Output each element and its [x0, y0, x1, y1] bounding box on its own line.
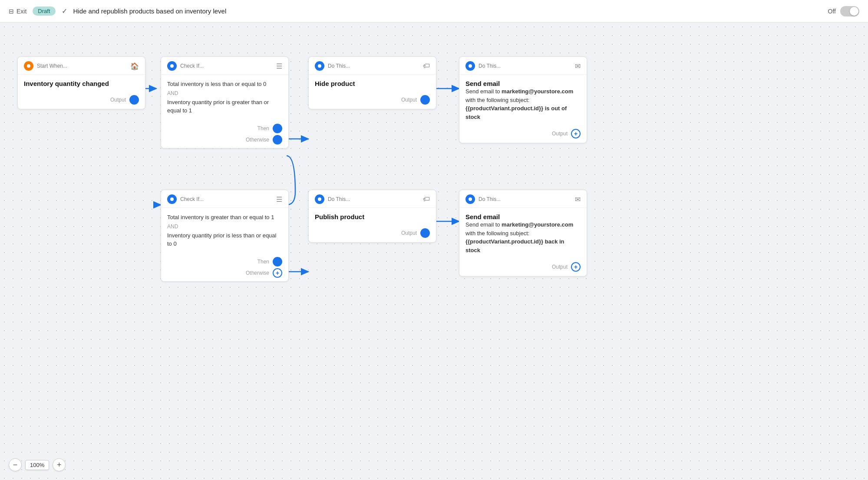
check2-cond2: Inventory quantity prior is less than or… — [167, 231, 282, 248]
do2-body: Send email Send email to marketing@yours… — [459, 75, 587, 126]
check2-dot — [167, 194, 177, 204]
start-footer: Output — [18, 92, 145, 109]
do2-body2: with the following subject: — [465, 97, 529, 103]
do4-body2: with the following subject: — [465, 230, 529, 237]
do1-output-connector[interactable] — [420, 95, 430, 105]
workflow-title: Hide and republish products based on inv… — [73, 7, 227, 15]
zoom-out-button[interactable]: − — [9, 458, 22, 471]
workflow-canvas: Start When... 🏠 Inventory quantity chang… — [0, 23, 868, 480]
check1-body: Total inventory is less than or equal to… — [161, 75, 288, 120]
do3-footer: Output — [309, 226, 436, 242]
do2-type: Do This... — [479, 63, 571, 69]
do3-node: Do This... 🏷 Publish product Output — [308, 190, 436, 243]
start-dot — [24, 61, 33, 71]
do4-body1: Send email to — [465, 221, 502, 228]
do3-icon: 🏷 — [423, 195, 430, 203]
check1-otherwise-row: Otherwise — [167, 135, 282, 145]
check2-header: Check If... ☰ — [161, 190, 288, 208]
do1-icon: 🏷 — [423, 62, 430, 70]
do2-output-connector[interactable]: + — [571, 129, 581, 138]
zoom-in-button[interactable]: + — [53, 458, 66, 471]
do2-dot — [465, 61, 475, 71]
start-type-label: Start When... — [37, 63, 127, 69]
do1-title: Hide product — [315, 80, 430, 87]
do3-output-label: Output — [401, 230, 417, 236]
do4-footer: Output + — [459, 260, 587, 276]
do2-output-label: Output — [552, 131, 568, 137]
do4-dot — [465, 194, 475, 204]
topbar-right: Off — [828, 6, 859, 16]
check2-branches: Then Otherwise + — [161, 253, 288, 281]
do1-node: Do This... 🏷 Hide product Output — [308, 56, 436, 109]
topbar: ⊟ Exit Draft ✓ Hide and republish produc… — [0, 0, 868, 23]
check1-then-label: Then — [257, 125, 269, 132]
do4-body: Send email Send email to marketing@yours… — [459, 208, 587, 260]
do4-output-connector[interactable]: + — [571, 262, 581, 272]
do4-type: Do This... — [479, 196, 571, 202]
do2-header: Do This... ✉ — [459, 57, 587, 75]
do3-title: Publish product — [315, 213, 430, 220]
do2-body1: Send email to — [465, 88, 502, 95]
do4-text: Send email to marketing@yourstore.com wi… — [465, 220, 581, 254]
check1-and: AND — [167, 90, 282, 96]
check1-branches: Then Otherwise — [161, 120, 288, 148]
do2-text: Send email to marketing@yourstore.com wi… — [465, 87, 581, 121]
check1-node: Check If... ☰ Total inventory is less th… — [161, 56, 289, 148]
check1-icon: ☰ — [276, 62, 282, 70]
do4-header: Do This... ✉ — [459, 190, 587, 208]
check-icon: ✓ — [62, 7, 67, 15]
check1-otherwise-connector[interactable] — [273, 135, 282, 145]
do1-output-label: Output — [401, 97, 417, 103]
start-output-connector[interactable] — [129, 95, 139, 105]
do1-footer: Output — [309, 92, 436, 109]
do4-output-label: Output — [552, 264, 568, 270]
do1-header: Do This... 🏷 — [309, 57, 436, 75]
check2-and: AND — [167, 224, 282, 230]
do1-type: Do This... — [328, 63, 419, 69]
check2-otherwise-connector[interactable]: + — [273, 268, 282, 278]
do1-body: Hide product — [309, 75, 436, 92]
do4-title: Send email — [465, 213, 581, 220]
check1-type: Check If... — [180, 63, 273, 69]
exit-icon: ⊟ — [9, 8, 14, 15]
start-output-label: Output — [110, 97, 126, 103]
start-node: Start When... 🏠 Inventory quantity chang… — [17, 56, 145, 109]
do3-type: Do This... — [328, 196, 419, 202]
exit-label: Exit — [17, 8, 26, 15]
check2-otherwise-row: Otherwise + — [167, 268, 282, 278]
check2-body: Total inventory is greater than or equal… — [161, 208, 288, 253]
do4-subject: {{productVariant.product.id}} back in st… — [465, 238, 564, 253]
do3-dot — [315, 194, 324, 204]
toggle-switch[interactable] — [840, 6, 859, 16]
check1-header: Check If... ☰ — [161, 57, 288, 75]
do3-header: Do This... 🏷 — [309, 190, 436, 208]
do4-email-icon: ✉ — [575, 195, 581, 204]
check2-cond1: Total inventory is greater than or equal… — [167, 213, 282, 222]
do2-node: Do This... ✉ Send email Send email to ma… — [459, 56, 587, 143]
do4-email: marketing@yourstore.com — [502, 221, 573, 228]
check2-node: Check If... ☰ Total inventory is greater… — [161, 190, 289, 282]
check1-then-connector[interactable] — [273, 124, 282, 133]
do2-title: Send email — [465, 80, 581, 87]
check1-cond2: Inventory quantity prior is greater than… — [167, 98, 282, 115]
zoom-level: 100% — [25, 460, 49, 470]
check1-otherwise-label: Otherwise — [246, 137, 269, 143]
check1-dot — [167, 61, 177, 71]
do3-output-connector[interactable] — [420, 228, 430, 238]
do2-footer: Output + — [459, 126, 587, 143]
do4-node: Do This... ✉ Send email Send email to ma… — [459, 190, 587, 276]
do2-email-icon: ✉ — [575, 62, 581, 70]
check1-then-row: Then — [167, 124, 282, 133]
check2-then-connector[interactable] — [273, 257, 282, 266]
do2-subject: {{productVariant.product.id}} is out of … — [465, 105, 567, 120]
exit-button[interactable]: ⊟ Exit — [9, 8, 26, 15]
draft-badge[interactable]: Draft — [33, 7, 55, 16]
toggle-label: Off — [828, 8, 836, 15]
zoom-controls: − 100% + — [9, 458, 66, 471]
start-title: Inventory quantity changed — [24, 80, 139, 87]
check2-otherwise-label: Otherwise — [246, 270, 269, 276]
do1-dot — [315, 61, 324, 71]
check2-icon: ☰ — [276, 195, 282, 204]
check2-then-label: Then — [257, 259, 269, 265]
start-body: Inventory quantity changed — [18, 75, 145, 92]
